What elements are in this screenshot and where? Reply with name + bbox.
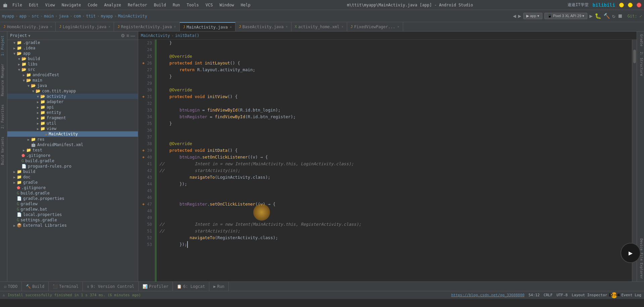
tree-item-gitignore-app[interactable]: ⬟ .gitignore — [7, 153, 138, 158]
tab-homeactivity[interactable]: J HomeActivity.java × — [0, 22, 56, 32]
tab-close-icon[interactable]: × — [341, 25, 343, 29]
tree-item-buildgradle-root[interactable]: G build.gradle — [7, 190, 138, 196]
minimize-button[interactable]: − — [619, 3, 624, 7]
tree-item-main[interactable]: ▼ 📂 main — [7, 78, 138, 83]
menu-edit[interactable]: Edit — [27, 2, 41, 8]
code-content[interactable]: } @Override protected int initLayout() {… — [157, 40, 632, 281]
editor-breadcrumb-mainactivity[interactable]: MainActivity — [141, 33, 170, 38]
tree-item-api[interactable]: ▶ 📁 api — [7, 104, 138, 110]
menu-tools[interactable]: Tools — [185, 2, 201, 8]
tab-terminal[interactable]: ⬛ Terminal — [49, 282, 83, 291]
menu-run[interactable]: Run — [171, 2, 182, 8]
panel-action-sort[interactable]: ≡ — [126, 33, 129, 38]
tree-item-res[interactable]: ▶ 📁 res — [7, 137, 138, 142]
breadcrumb-src[interactable]: src — [32, 14, 39, 18]
tree-item-fragment[interactable]: ▶ 📁 fragment — [7, 115, 138, 121]
breadcrumb-app[interactable]: app — [19, 14, 26, 18]
git-url[interactable]: https://blog.csdn.net/qq_33608800 — [451, 293, 525, 297]
tab-activityhome[interactable]: X activity_home.xml × — [291, 22, 347, 32]
tree-item-gradlewbat[interactable]: G gradlew.bat — [7, 207, 138, 212]
tree-item-mainactivity[interactable]: ☕ MainActivity — [7, 131, 138, 137]
tree-item-java[interactable]: ▼ 📂 java — [7, 83, 138, 88]
tab-close-icon[interactable]: × — [230, 25, 232, 29]
tree-item-util[interactable]: ▶ 📁 util — [7, 121, 138, 126]
breadcrumb-java[interactable]: java — [59, 14, 68, 18]
tab-logcat[interactable]: 📋 6: Logcat — [173, 282, 209, 291]
menu-analyze[interactable]: Analyze — [102, 2, 123, 8]
project-dropdown-arrow[interactable]: ▼ — [29, 34, 31, 38]
panel-action-gear[interactable]: ⚙ — [121, 33, 125, 38]
back-nav-icon[interactable]: ◀ — [513, 13, 516, 19]
tab-close-icon[interactable]: × — [286, 25, 288, 29]
forward-nav-icon[interactable]: ▶ — [518, 13, 522, 19]
tab-todo[interactable]: ☑ TODO — [0, 282, 22, 291]
encoding[interactable]: UTF-8 — [556, 293, 568, 297]
tab-close-icon[interactable]: × — [174, 25, 176, 29]
tab-loginactivity[interactable]: J LoginActivity.java × — [56, 22, 114, 32]
menu-code[interactable]: Code — [86, 2, 100, 8]
tree-item-androidtest[interactable]: ▶ 📁 androidTest — [7, 72, 138, 78]
tab-baseactivity[interactable]: J BaseActivity.java × — [235, 22, 291, 32]
event-log[interactable]: Event Log — [621, 293, 641, 297]
tree-item-androidmanifest[interactable]: 🤖 AndroidManifest.xml — [7, 142, 138, 147]
tree-item-localprops[interactable]: 📄 local.properties — [7, 212, 138, 217]
tab-version-control[interactable]: ↕ 9: Version Control — [83, 282, 139, 291]
tree-item-buildgradle-app[interactable]: G build.gradle — [7, 158, 138, 164]
video-thumbnail[interactable]: ▶ — [621, 243, 641, 263]
structure-panel-label[interactable]: 2: Structure — [637, 49, 644, 79]
tab-close-icon[interactable]: × — [108, 25, 110, 29]
tree-item-entity[interactable]: ▶ 📁 entity — [7, 110, 138, 115]
tree-item-adapter[interactable]: ▶ 📁 adapter — [7, 99, 138, 104]
tree-item-gradlew[interactable]: G gradlew — [7, 201, 138, 207]
gradle-panel-label[interactable]: Gradle — [637, 32, 644, 49]
stop-button[interactable]: ⏹ — [618, 13, 623, 19]
tab-build[interactable]: 🔨 Build — [22, 282, 49, 291]
tree-item-comttitmyapp[interactable]: ▼ 📂 com.ttit.myapp — [7, 88, 138, 94]
breadcrumb-com[interactable]: com — [73, 14, 81, 18]
sidebar-label-build-variants[interactable]: Build Variants — [0, 133, 7, 169]
tab-mainactivity[interactable]: J MainActivity.java × — [180, 22, 235, 32]
tree-item-gradle-root[interactable]: ▶ 📁 gradle — [7, 180, 138, 185]
debug-button[interactable]: 🐛 — [595, 13, 601, 19]
menu-view[interactable]: View — [43, 2, 57, 8]
menu-help[interactable]: Help — [239, 2, 253, 8]
sidebar-label-project[interactable]: 1: Project — [0, 32, 7, 60]
breadcrumb-main[interactable]: main — [44, 14, 54, 18]
menu-navigate[interactable]: Navigate — [60, 2, 83, 8]
tab-run[interactable]: ▶ Run — [209, 282, 229, 291]
panel-action-close[interactable]: — — [130, 33, 135, 38]
menu-file[interactable]: File — [10, 2, 24, 8]
close-button[interactable] — [637, 3, 641, 7]
tree-item-external-libs[interactable]: ▶ 📦 External Libraries — [7, 223, 138, 228]
editor-breadcrumb-initdata[interactable]: initData() — [175, 33, 199, 38]
tab-profiler[interactable]: 📊 Profiler — [139, 282, 173, 291]
run-config-dropdown[interactable]: ▶ app ▾ — [523, 13, 542, 19]
sync-button[interactable]: ↻ — [612, 13, 615, 19]
scrollbar-thumb[interactable] — [633, 50, 636, 63]
device-dropdown[interactable]: 📱 Pixel 3 XL API 29 ▾ — [544, 13, 588, 19]
build-button[interactable]: 🔨 — [603, 13, 610, 19]
tab-fixedviewpager[interactable]: J FixedViewPager... × — [347, 22, 403, 32]
tab-close-icon[interactable]: × — [397, 25, 399, 29]
tree-item-app[interactable]: ▼ 📂 app — [7, 51, 138, 56]
sidebar-label-resource[interactable]: Resource Manager — [0, 60, 7, 100]
code-view[interactable]: 23 24 25 ◈26 27 28 29 30 ◈31 32 33 34 35… — [138, 40, 637, 281]
breadcrumb-mainactivity[interactable]: MainActivity — [118, 14, 147, 18]
tree-item-gradleprops[interactable]: 📄 gradle.properties — [7, 196, 138, 201]
project-panel-title[interactable]: Project ▼ — [10, 33, 31, 38]
tree-item-build[interactable]: ▼ 📂 build — [7, 56, 138, 61]
menu-build[interactable]: Build — [152, 2, 168, 8]
tree-item-doc[interactable]: ▶ 📁 doc — [7, 174, 138, 180]
tree-item-view[interactable]: ▶ 📁 view — [7, 126, 138, 131]
tree-item-gitignore-root[interactable]: ⬟ .gitignore — [7, 185, 138, 190]
run-button[interactable]: ▶ — [589, 13, 593, 19]
breadcrumb-ttit[interactable]: ttit — [86, 14, 96, 18]
breadcrumb-myapp[interactable]: myapp — [2, 14, 14, 18]
breadcrumb-myapp2[interactable]: myapp — [101, 14, 113, 18]
tab-registeractivity[interactable]: J RegisterActivity.java × — [114, 22, 179, 32]
layout-inspector[interactable]: Layout Inspector — [572, 293, 607, 297]
menu-refactor[interactable]: Refactor — [126, 2, 149, 8]
tree-item-test[interactable]: ▶ 📁 test — [7, 147, 138, 153]
line-separator[interactable]: CRLF — [544, 293, 553, 297]
tree-item-settingsgradle[interactable]: G settings.gradle — [7, 217, 138, 223]
